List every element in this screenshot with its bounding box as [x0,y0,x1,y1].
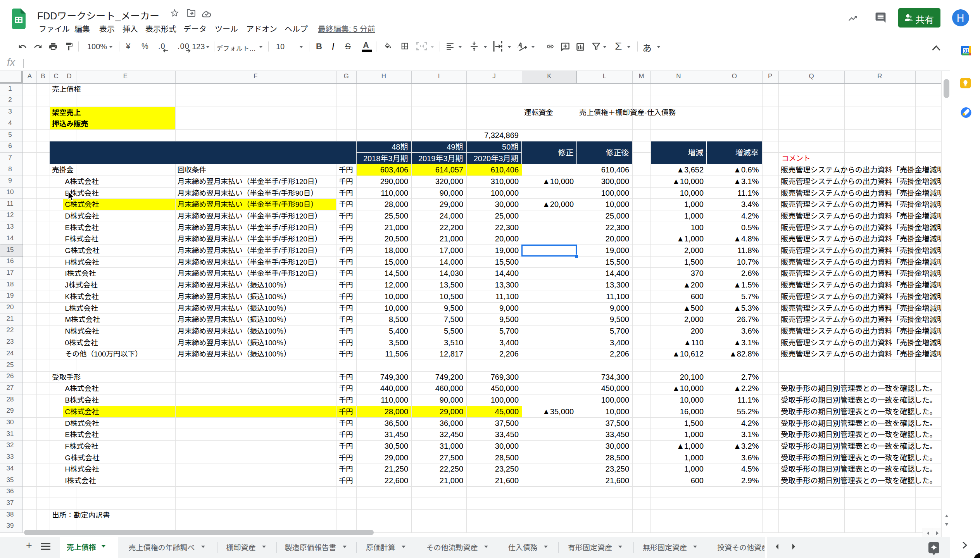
svg-text:31: 31 [963,48,969,54]
